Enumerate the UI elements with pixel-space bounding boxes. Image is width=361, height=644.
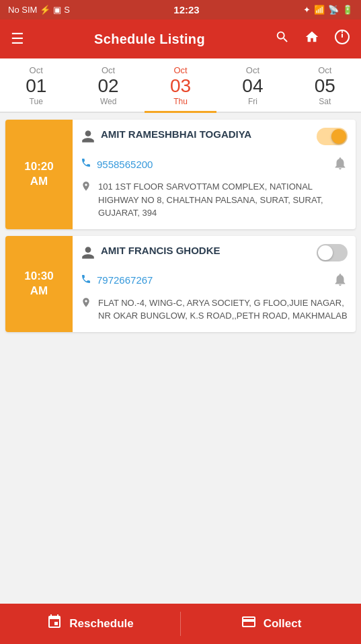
date-tab-oct04[interactable]: Oct 04 Fri [216,58,288,112]
card-address-0: 101 1ST FLOOR SARVOTTAM COMPLEX, NATIONA… [98,180,348,220]
location-icon-0 [81,181,93,195]
card-phone-row-1: 7972667267 [81,270,348,291]
card-header-0: AMIT RAMESHBHAI TOGADIYA [81,128,348,148]
weekday-label-0: Tue [30,97,43,106]
schedule-time-1: 10:30AM [5,236,73,332]
header-actions [275,29,350,49]
card-address-row-0: 101 1ST FLOOR SARVOTTAM COMPLEX, NATIONA… [81,180,348,220]
card-phone-row-0: 9558565200 [81,153,348,175]
month-label-3: Oct [246,65,259,75]
schedule-details-0: AMIT RAMESHBHAI TOGADIYA 9558565200 [73,120,356,229]
person-icon-1 [81,245,95,264]
schedule-details-1: AMIT FRANCIS GHODKE 7972667267 [73,236,356,332]
status-bar: No SIM ⚡ ▣ S 12:23 ✦ 📶 📡 🔋 [0,0,361,19]
no-sim-label: No SIM [8,5,37,15]
card-name-0: AMIT RAMESHBHAI TOGADIYA [101,128,251,141]
schedule-time-0: 10:20AM [5,120,73,229]
sim-icon: ▣ [53,5,61,15]
signal-icon: 📶 [314,5,325,15]
card-phone-1[interactable]: 7972667267 [97,274,153,286]
phone-icon-1 [81,274,91,287]
date-tabs: Oct 01 Tue Oct 02 Wed Oct 03 Thu Oct 04 … [0,58,361,113]
month-label-4: Oct [318,65,331,75]
phone-icon-0 [81,157,91,171]
day-label-1: 02 [98,77,119,95]
weekday-label-2: Thu [173,97,188,106]
app-header: ☰ Schedule Listing [0,19,361,58]
card-address-row-1: FLAT NO.-4, WING-C, ARYA SOCIETY, G FLOO… [81,296,348,323]
person-icon-0 [81,129,95,148]
card-name-row-0: AMIT RAMESHBHAI TOGADIYA [81,128,251,148]
bell-icon-1[interactable] [333,272,348,291]
status-bar-time: 12:23 [173,4,199,15]
month-label-1: Oct [102,65,115,75]
day-label-2: 03 [170,77,191,95]
card-name-1: AMIT FRANCIS GHODKE [101,244,220,257]
day-label-3: 04 [242,77,263,95]
day-label-0: 01 [26,77,46,95]
status-bar-right: ✦ 📶 📡 🔋 [303,5,353,15]
status-bar-left: No SIM ⚡ ▣ S [8,5,70,15]
weekday-label-4: Sat [319,97,331,106]
month-label-0: Oct [30,65,43,75]
usb-icon: ⚡ [40,5,50,15]
page-title: Schedule Listing [94,32,205,47]
weekday-label-1: Wed [100,97,116,106]
month-label-2: Oct [173,65,187,75]
card-address-1: FLAT NO.-4, WING-C, ARYA SOCIETY, G FLOO… [98,296,348,323]
battery-icon: 🔋 [342,5,353,15]
toggle-0[interactable] [317,128,348,145]
card-name-row-1: AMIT FRANCIS GHODKE [81,244,220,264]
wifi-icon: 📡 [328,5,339,15]
s-icon: S [64,5,70,15]
home-icon[interactable] [305,30,319,48]
search-icon[interactable] [275,30,290,48]
date-tab-oct05[interactable]: Oct 05 Sat [289,58,361,112]
location-icon-1 [81,297,93,311]
menu-icon[interactable]: ☰ [11,30,24,48]
logout-icon[interactable] [334,29,350,49]
schedule-list: 10:20AM AMIT RAMESHBHAI TOGADIYA [0,113,361,339]
weekday-label-3: Fri [248,97,257,106]
toggle-1[interactable] [317,244,348,261]
date-tab-oct02[interactable]: Oct 02 Wed [72,58,144,112]
bell-icon-0[interactable] [333,156,348,175]
day-label-4: 05 [315,77,335,95]
schedule-card-0: 10:20AM AMIT RAMESHBHAI TOGADIYA [5,120,356,229]
schedule-card-1: 10:30AM AMIT FRANCIS GHODKE 7 [5,236,356,332]
card-header-1: AMIT FRANCIS GHODKE [81,244,348,264]
bluetooth-icon: ✦ [303,5,311,15]
date-tab-oct03[interactable]: Oct 03 Thu [145,58,216,112]
date-tab-oct01[interactable]: Oct 01 Tue [0,58,72,112]
card-phone-0[interactable]: 9558565200 [97,159,153,170]
